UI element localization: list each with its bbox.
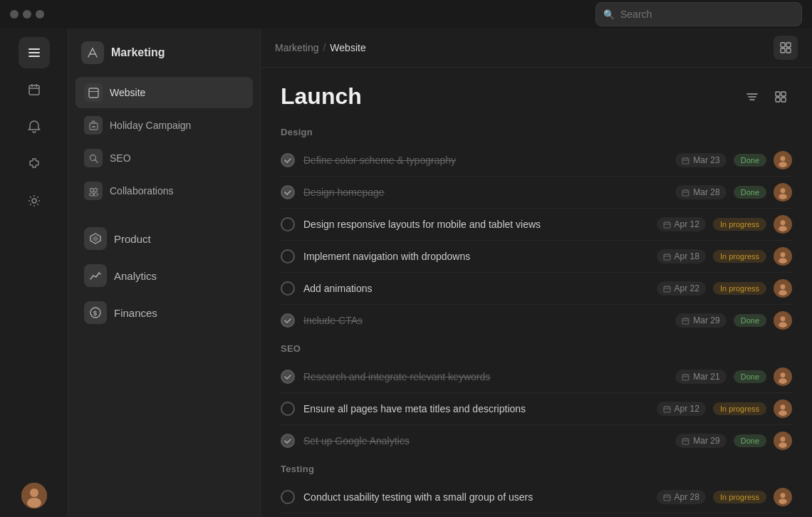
sidebar-icon-settings[interactable]: [19, 185, 50, 216]
task-item: Research and integrate relevant keywords…: [281, 361, 792, 393]
content-area: DesignDefine color scheme & typography M…: [261, 120, 812, 517]
task-checkbox[interactable]: [281, 153, 295, 167]
section-seo: SEOResearch and integrate relevant keywo…: [281, 343, 792, 456]
sidebar-icon-calendar[interactable]: [19, 74, 50, 105]
svg-rect-85: [664, 407, 670, 412]
svg-point-105: [779, 498, 787, 504]
task-text: Set up Google Analytics: [303, 435, 667, 446]
nav-item-holiday-label: Holiday Campaign: [110, 120, 191, 131]
svg-point-9: [30, 489, 38, 497]
search-bar: 🔍: [595, 2, 802, 26]
svg-rect-11: [89, 88, 98, 98]
task-avatar: [774, 367, 792, 386]
task-avatar: [774, 183, 792, 202]
task-checkbox[interactable]: [281, 249, 295, 263]
task-item: Include CTAs Mar 29Done: [281, 305, 792, 336]
task-checkbox[interactable]: [281, 490, 295, 504]
task-meta: Apr 28In progress: [657, 488, 792, 506]
nav-item-seo-label: SEO: [110, 152, 131, 164]
task-status: In progress: [713, 218, 766, 231]
nav-section-analytics-label: Analytics: [114, 270, 157, 282]
task-avatar: [774, 151, 792, 169]
nav-item-holiday-campaign[interactable]: Holiday Campaign: [76, 110, 253, 141]
svg-rect-35: [781, 98, 786, 102]
task-date: Mar 29: [675, 434, 726, 448]
sidebar-icon-bell[interactable]: [19, 111, 50, 142]
close-button[interactable]: [10, 10, 19, 19]
nav-sidebar: Marketing Website: [68, 28, 261, 517]
task-avatar: [774, 400, 792, 418]
website-icon: [84, 83, 103, 102]
task-avatar: [774, 432, 792, 450]
svg-rect-14: [92, 126, 95, 127]
task-text: Define color scheme & typography: [303, 155, 667, 166]
svg-rect-34: [776, 98, 780, 102]
task-text: Design homepage: [303, 187, 667, 198]
section-design: DesignDefine color scheme & typography M…: [281, 127, 792, 336]
svg-rect-36: [682, 158, 689, 164]
nav-item-collaborations-label: Collaborations: [110, 185, 174, 197]
nav-section-product[interactable]: Product: [76, 221, 253, 256]
nav-header-icon: [81, 41, 104, 64]
svg-point-20: [93, 193, 98, 196]
task-checkbox[interactable]: [281, 434, 295, 448]
task-text: Research and integrate relevant keywords: [303, 371, 667, 382]
task-date: Apr 28: [657, 490, 706, 504]
nav-sections: Product Analytics $ Finances: [68, 211, 260, 335]
nav-item-collaborations[interactable]: Collaborations: [76, 175, 253, 207]
task-date: Mar 29: [675, 313, 726, 328]
task-date: Mar 21: [675, 370, 726, 384]
svg-point-17: [90, 188, 93, 192]
svg-point-76: [781, 316, 786, 321]
svg-rect-25: [781, 43, 785, 47]
svg-rect-26: [786, 43, 791, 47]
task-status: Done: [734, 186, 766, 199]
breadcrumb-current: Website: [330, 42, 365, 53]
task-status: Done: [734, 154, 766, 167]
task-meta: Apr 22In progress: [657, 279, 792, 298]
task-meta: Apr 12In progress: [657, 215, 792, 234]
search-input[interactable]: [620, 9, 794, 20]
task-avatar: [774, 279, 792, 298]
nav-item-website[interactable]: Website: [76, 77, 253, 108]
svg-point-70: [779, 290, 787, 296]
task-avatar: [774, 488, 792, 506]
filter-button[interactable]: [741, 85, 764, 108]
task-text: Design responsive layouts for mobile and…: [303, 219, 648, 230]
minimize-button[interactable]: [23, 10, 31, 19]
svg-point-90: [781, 404, 786, 409]
task-checkbox[interactable]: [281, 217, 295, 231]
svg-point-7: [32, 199, 36, 203]
svg-point-18: [93, 188, 97, 192]
task-checkbox[interactable]: [281, 370, 295, 384]
task-text: Include CTAs: [303, 315, 667, 326]
nav-section-analytics[interactable]: Analytics: [76, 258, 253, 293]
task-checkbox[interactable]: [281, 402, 295, 416]
nav-section-finances[interactable]: $ Finances: [76, 295, 253, 330]
main-topbar: Marketing / Website: [261, 28, 812, 68]
nav-item-seo[interactable]: SEO: [76, 142, 253, 174]
svg-rect-43: [682, 190, 689, 196]
task-checkbox[interactable]: [281, 185, 295, 199]
nav-section-finances-label: Finances: [114, 307, 157, 319]
task-item: Design responsive layouts for mobile and…: [281, 209, 792, 241]
sidebar-icon-puzzle[interactable]: [19, 148, 50, 179]
fullscreen-button[interactable]: [36, 10, 44, 19]
icon-sidebar: [0, 28, 68, 517]
svg-point-41: [781, 156, 786, 161]
svg-rect-32: [776, 92, 780, 96]
holiday-campaign-icon: [84, 116, 103, 135]
task-date: Apr 12: [657, 402, 706, 416]
user-avatar[interactable]: [21, 483, 47, 508]
grid-view-button[interactable]: [769, 85, 792, 108]
svg-point-56: [779, 226, 787, 231]
sidebar-icon-list[interactable]: [19, 37, 50, 68]
svg-point-91: [779, 410, 787, 416]
layout-toggle-button[interactable]: [774, 36, 798, 60]
task-checkbox[interactable]: [281, 313, 295, 328]
svg-point-98: [779, 442, 787, 448]
svg-rect-27: [781, 48, 785, 53]
task-checkbox[interactable]: [281, 281, 295, 296]
task-status: In progress: [713, 282, 766, 295]
svg-rect-12: [89, 91, 98, 92]
